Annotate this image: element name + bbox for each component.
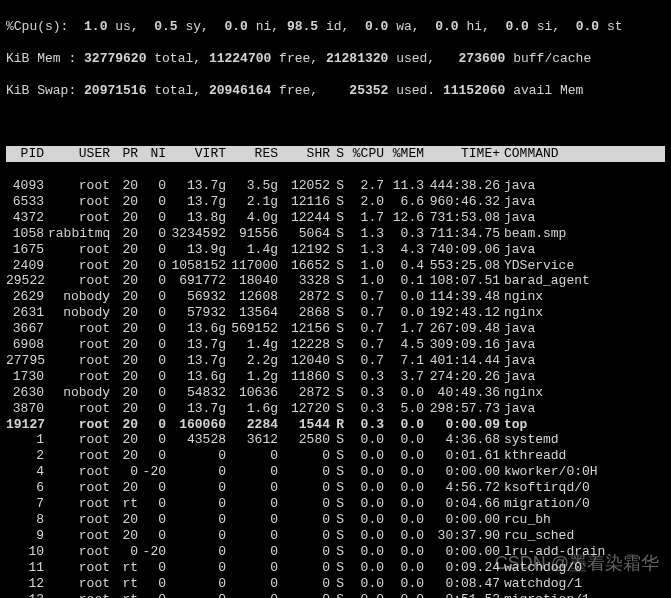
cell-pid: 1 bbox=[6, 432, 44, 448]
blank-line bbox=[6, 114, 665, 130]
cell-s: S bbox=[330, 480, 344, 496]
cell-shr: 0 bbox=[278, 544, 330, 560]
col-s[interactable]: S bbox=[330, 146, 344, 162]
process-row: 12rootrt0000S0.00.00:08.47watchdog/1 bbox=[6, 576, 665, 592]
cell-s: S bbox=[330, 448, 344, 464]
cell-res: 3.5g bbox=[226, 178, 278, 194]
cell-pr: rt bbox=[110, 496, 138, 512]
cell-virt: 0 bbox=[166, 496, 226, 512]
cell-pr: 20 bbox=[110, 226, 138, 242]
cell-mem: 0.0 bbox=[384, 496, 424, 512]
cell-pid: 12 bbox=[6, 576, 44, 592]
cell-ni: 0 bbox=[138, 289, 166, 305]
cell-pid: 2 bbox=[6, 448, 44, 464]
cell-cmd: migration/1 bbox=[500, 592, 590, 598]
cell-virt: 13.9g bbox=[166, 242, 226, 258]
col-pr[interactable]: PR bbox=[110, 146, 138, 162]
cell-cpu: 0.3 bbox=[344, 385, 384, 401]
cell-user: root bbox=[44, 242, 110, 258]
col-shr[interactable]: SHR bbox=[278, 146, 330, 162]
cell-s: S bbox=[330, 226, 344, 242]
cell-pr: 20 bbox=[110, 178, 138, 194]
cell-cpu: 0.0 bbox=[344, 432, 384, 448]
cell-user: nobody bbox=[44, 305, 110, 321]
cell-pr: 20 bbox=[110, 337, 138, 353]
cell-cmd: java bbox=[500, 353, 535, 369]
process-row: 6908root20013.7g1.4g12228S0.74.5309:09.1… bbox=[6, 337, 665, 353]
cell-cpu: 2.7 bbox=[344, 178, 384, 194]
cell-shr: 0 bbox=[278, 512, 330, 528]
cell-cpu: 0.0 bbox=[344, 576, 384, 592]
process-row: 1root2004352836122580S0.00.04:36.68syste… bbox=[6, 432, 665, 448]
cell-pid: 6908 bbox=[6, 337, 44, 353]
cell-res: 2284 bbox=[226, 417, 278, 433]
cell-s: S bbox=[330, 544, 344, 560]
cell-time: 4:36.68 bbox=[424, 432, 500, 448]
cell-cmd: watchdog/1 bbox=[500, 576, 582, 592]
col-virt[interactable]: VIRT bbox=[166, 146, 226, 162]
cell-mem: 6.6 bbox=[384, 194, 424, 210]
col-pid[interactable]: PID bbox=[6, 146, 44, 162]
cell-mem: 0.0 bbox=[384, 432, 424, 448]
cell-ni: 0 bbox=[138, 448, 166, 464]
cell-pr: 20 bbox=[110, 417, 138, 433]
cell-user: root bbox=[44, 496, 110, 512]
cell-cmd: nginx bbox=[500, 385, 543, 401]
cell-virt: 43528 bbox=[166, 432, 226, 448]
column-header[interactable]: PIDUSERPRNIVIRTRESSHRS%CPU%MEMTIME+COMMA… bbox=[6, 146, 665, 162]
cell-cpu: 0.0 bbox=[344, 544, 384, 560]
cell-pr: rt bbox=[110, 592, 138, 598]
cell-cpu: 1.3 bbox=[344, 242, 384, 258]
cell-cpu: 0.3 bbox=[344, 417, 384, 433]
cell-s: S bbox=[330, 528, 344, 544]
cell-mem: 11.3 bbox=[384, 178, 424, 194]
terminal-output: %Cpu(s): 1.0 us, 0.5 sy, 0.0 ni, 98.5 id… bbox=[0, 0, 671, 598]
cell-user: root bbox=[44, 337, 110, 353]
col-mem[interactable]: %MEM bbox=[384, 146, 424, 162]
cell-s: S bbox=[330, 194, 344, 210]
cell-cpu: 0.0 bbox=[344, 496, 384, 512]
cell-cpu: 0.3 bbox=[344, 369, 384, 385]
cell-cpu: 0.0 bbox=[344, 512, 384, 528]
cell-pid: 3870 bbox=[6, 401, 44, 417]
cell-time: 108:07.51 bbox=[424, 273, 500, 289]
cell-res: 0 bbox=[226, 560, 278, 576]
col-user[interactable]: USER bbox=[44, 146, 110, 162]
cell-user: root bbox=[44, 432, 110, 448]
cell-cmd: top bbox=[500, 417, 527, 433]
cell-shr: 0 bbox=[278, 528, 330, 544]
cell-pid: 6 bbox=[6, 480, 44, 496]
cell-cpu: 0.7 bbox=[344, 321, 384, 337]
process-row: 2root200000S0.00.00:01.61kthreadd bbox=[6, 448, 665, 464]
process-row: 8root200000S0.00.00:00.00rcu_bh bbox=[6, 512, 665, 528]
cell-shr: 3328 bbox=[278, 273, 330, 289]
cell-user: root bbox=[44, 592, 110, 598]
cell-virt: 0 bbox=[166, 576, 226, 592]
cell-time: 298:57.73 bbox=[424, 401, 500, 417]
cell-virt: 160060 bbox=[166, 417, 226, 433]
cell-virt: 0 bbox=[166, 528, 226, 544]
col-res[interactable]: RES bbox=[226, 146, 278, 162]
process-row: 2409root200105815211700016652S1.00.4553:… bbox=[6, 258, 665, 274]
cell-pid: 2630 bbox=[6, 385, 44, 401]
cell-cmd: beam.smp bbox=[500, 226, 566, 242]
cell-res: 2.2g bbox=[226, 353, 278, 369]
cell-pid: 3667 bbox=[6, 321, 44, 337]
col-cpu[interactable]: %CPU bbox=[344, 146, 384, 162]
cell-s: S bbox=[330, 321, 344, 337]
cell-res: 10636 bbox=[226, 385, 278, 401]
cell-cmd: kworker/0:0H bbox=[500, 464, 598, 480]
col-ni[interactable]: NI bbox=[138, 146, 166, 162]
cell-shr: 0 bbox=[278, 576, 330, 592]
col-command[interactable]: COMMAND bbox=[500, 146, 559, 162]
cell-virt: 1058152 bbox=[166, 258, 226, 274]
cell-ni: 0 bbox=[138, 273, 166, 289]
cell-mem: 0.0 bbox=[384, 576, 424, 592]
col-time[interactable]: TIME+ bbox=[424, 146, 500, 162]
cell-shr: 12192 bbox=[278, 242, 330, 258]
cell-user: root bbox=[44, 464, 110, 480]
process-row: 2631nobody20057932135642868S0.70.0192:43… bbox=[6, 305, 665, 321]
cell-res: 2.1g bbox=[226, 194, 278, 210]
cell-pid: 29522 bbox=[6, 273, 44, 289]
cell-cmd: lru-add-drain bbox=[500, 544, 605, 560]
